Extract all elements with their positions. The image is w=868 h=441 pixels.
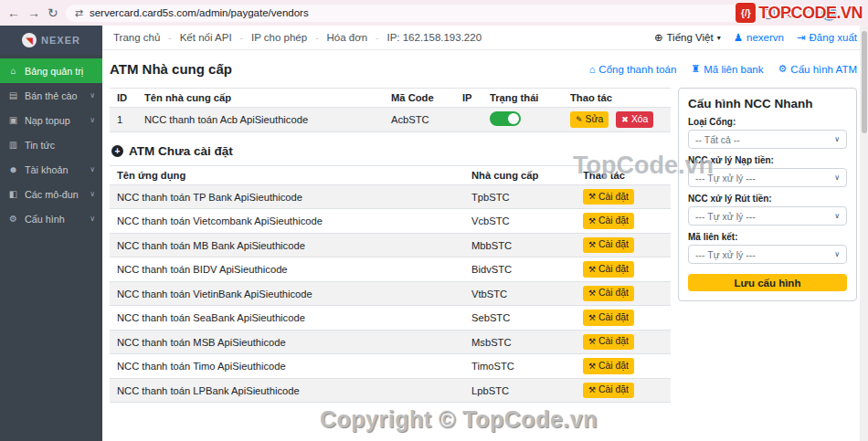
vendor-code: MbbSTC: [464, 233, 576, 257]
nav-separator: -: [168, 33, 171, 43]
vendors-body: 1 NCC thanh toán Acb ApiSieuthicode AcbS…: [110, 108, 671, 132]
wrench-icon: ⚒: [588, 216, 596, 226]
sidebar-item-bang-quan-tri[interactable]: ⌂Bảng quản trị: [0, 58, 102, 83]
sidebar-item-label: Cấu hình: [25, 214, 65, 225]
username-label: nexervn: [746, 32, 784, 43]
globe-icon: ⊕: [654, 31, 663, 44]
vendor-code: LpbSTC: [464, 378, 576, 402]
install-label: Cài đặt: [598, 264, 629, 275]
topcode-logo: {/} TOPCODE.VN: [736, 3, 863, 23]
install-button[interactable]: ⚒Cài đặt: [583, 358, 634, 373]
scrollbar-thumb[interactable]: [862, 31, 867, 133]
header-action-cong-thanh-toan[interactable]: ⌂Cổng thanh toán: [589, 64, 677, 75]
uninstalled-header-row: Tên ứng dụngNhà cung cấpThao tác: [110, 166, 671, 185]
logout-label: Đăng xuất: [810, 32, 857, 43]
install-button[interactable]: ⚒Cài đặt: [583, 189, 634, 205]
column-header: Trạng thái: [482, 89, 563, 108]
nav-link-1[interactable]: Kết nối API: [180, 32, 232, 43]
nav-link-0[interactable]: Trang chủ: [113, 32, 160, 43]
vendor-code: TpbSTC: [464, 185, 576, 209]
site-info-icon[interactable]: ⇄: [75, 7, 83, 19]
forward-icon[interactable]: →: [27, 6, 40, 19]
reload-icon[interactable]: ↻: [48, 6, 58, 19]
back-icon[interactable]: ←: [7, 6, 20, 19]
status-toggle[interactable]: [490, 111, 521, 126]
vendor-code: TimoSTC: [464, 354, 576, 378]
vendor-code: BidvSTC: [464, 257, 576, 281]
header-action-cau-hinh-atm[interactable]: ⚙Cấu hình ATM: [778, 63, 857, 75]
top-navbar: Trang chủ-Kết nối API-IP cho phép-Hóa đơ…: [102, 26, 868, 50]
mobile-icon: ▣: [7, 115, 19, 125]
vendor-ip: [455, 108, 482, 132]
sidebar-item-tin-tuc[interactable]: ▥Tin tức: [0, 132, 102, 157]
sidebar-item-label: Tin tức: [25, 140, 55, 151]
quick-config-fields: Loại Cổng:-- Tất cả --∨NCC xử lý Nạp tiề…: [688, 117, 847, 264]
sidebar-item-label: Nạp topup: [25, 115, 70, 126]
sidebar-nav: ⌂Bảng quản trị▤Bán thẻ cào∨▣Nạp topup∨▥T…: [0, 55, 102, 231]
sidebar-item-ban-the-cao[interactable]: ▤Bán thẻ cào∨: [0, 83, 102, 108]
table-row: NCC thanh toán LPBank ApiSieuthicodeLpbS…: [110, 378, 671, 402]
select-ncc-nap-tien[interactable]: --- Tự xử lý ---∨: [688, 168, 847, 187]
install-button[interactable]: ⚒Cài đặt: [583, 334, 634, 350]
select-value: --- Tự xử lý ---: [695, 249, 756, 260]
install-button[interactable]: ⚒Cài đặt: [583, 237, 634, 253]
app-name: NCC thanh toán BIDV ApiSieuthicode: [110, 257, 464, 281]
sidebar-item-nap-topup[interactable]: ▣Nạp topup∨: [0, 108, 102, 132]
table-row: NCC thanh toán SeaBank ApiSieuthicodeSeb…: [110, 306, 671, 330]
address-bar[interactable]: ⇄ servercard.card5s.com/admin/paygate/ve…: [66, 5, 757, 22]
language-menu[interactable]: ⊕ Tiếng Việt ▾: [654, 31, 721, 44]
app-name: NCC thanh toán MB Bank ApiSieuthicode: [110, 233, 464, 257]
navbar-right: ⊕ Tiếng Việt ▾ ♟ nexervn ⇥ Đăng xuất: [654, 31, 857, 44]
install-label: Cài đặt: [598, 336, 629, 347]
vendor-code: AcbSTC: [384, 108, 455, 132]
logout-link[interactable]: ⇥ Đăng xuất: [797, 31, 857, 44]
edit-button[interactable]: ✎Sửa: [570, 111, 609, 127]
nav-separator: -: [240, 33, 243, 43]
select-value: --- Tự xử lý ---: [695, 211, 756, 222]
select-ma-lien-ket[interactable]: --- Tự xử lý ---∨: [688, 245, 847, 264]
user-menu[interactable]: ♟ nexervn: [734, 31, 784, 44]
news-icon: ▥: [7, 140, 19, 150]
wrench-icon: ⚒: [588, 240, 596, 250]
app-name: NCC thanh toán MSB ApiSieuthicode: [110, 330, 464, 353]
chevron-down-icon: ∨: [834, 135, 840, 143]
column-header: Mã Code: [384, 89, 455, 108]
install-button[interactable]: ⚒Cài đặt: [583, 261, 634, 277]
vendor-id: 1: [110, 108, 137, 132]
brand-name: NEXER: [41, 35, 80, 46]
nav-link-2[interactable]: IP cho phép: [251, 32, 307, 43]
sidebar-brand[interactable]: ◥ NEXER: [0, 26, 102, 55]
nav-link-3[interactable]: Hóa đơn: [326, 32, 367, 43]
column-header: Thao tác: [576, 166, 671, 185]
column-header: Thao tác: [563, 89, 671, 108]
install-button[interactable]: ⚒Cài đặt: [583, 286, 634, 301]
sidebar-item-cac-mo-dun[interactable]: ◧Các mô-đun∨: [0, 182, 102, 206]
plus-circle-icon[interactable]: +: [111, 145, 123, 157]
edit-icon: ✎: [576, 115, 583, 125]
select-ncc-rut-tien[interactable]: --- Tự xử lý ---∨: [688, 206, 847, 226]
column-header: Tên nhà cung cấp: [137, 89, 384, 108]
header-action-ma-lien-bank[interactable]: ♜Mã liên bank: [691, 63, 763, 75]
install-label: Cài đặt: [598, 239, 629, 250]
wrench-icon: ⚒: [588, 385, 596, 395]
nav-link-4[interactable]: IP: 162.158.193.220: [386, 32, 482, 43]
chevron-down-icon: ∨: [834, 173, 840, 182]
scrollbar[interactable]: [860, 26, 868, 441]
url-text: servercard.card5s.com/admin/paygate/vend…: [90, 7, 309, 18]
delete-button[interactable]: ✖Xóa: [616, 111, 653, 127]
app-name: NCC thanh toán VietinBank ApiSieuthicode: [110, 281, 464, 305]
install-button[interactable]: ⚒Cài đặt: [583, 310, 634, 325]
page-title: ATM Nhà cung cấp: [110, 61, 232, 77]
install-button[interactable]: ⚒Cài đặt: [583, 383, 634, 398]
topcode-brand-text: TOPCODE.VN: [758, 4, 863, 23]
sidebar-item-tai-khoan[interactable]: ☻Tài khoản∨: [0, 157, 102, 182]
select-loai-cong[interactable]: -- Tất cả --∨: [688, 130, 847, 149]
table-row: NCC thanh toán Vietcombank ApiSieuthicod…: [110, 209, 671, 233]
install-label: Cài đặt: [598, 312, 629, 323]
save-config-button[interactable]: Lưu cấu hình: [688, 274, 847, 291]
install-button[interactable]: ⚒Cài đặt: [583, 213, 634, 228]
sidebar-item-label: Bảng quản trị: [25, 66, 83, 77]
chevron-down-icon: ∨: [834, 212, 840, 220]
sidebar-item-cau-hinh[interactable]: ⚙Cấu hình∨: [0, 206, 102, 231]
select-value: -- Tất cả --: [695, 134, 740, 145]
